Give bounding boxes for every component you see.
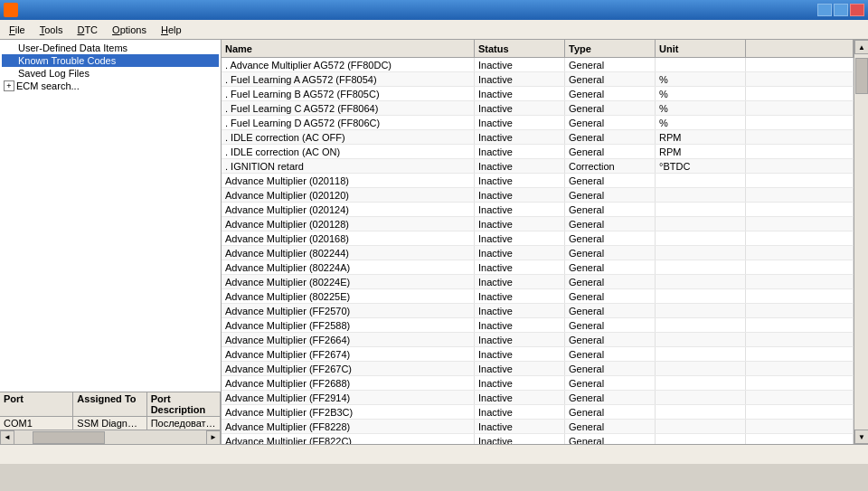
maximize-button[interactable] bbox=[834, 4, 848, 16]
cell-extra bbox=[746, 405, 854, 419]
tree-item-known-trouble[interactable]: Known Trouble Codes bbox=[2, 54, 219, 67]
cell-name: . IDLE correction (AC OFF) bbox=[222, 130, 475, 144]
table-row[interactable]: Advance Multiplier (FF2914)InactiveGener… bbox=[222, 391, 854, 405]
scroll-right-button[interactable]: ► bbox=[206, 430, 221, 445]
cell-extra bbox=[746, 376, 854, 390]
cell-status: Inactive bbox=[475, 333, 565, 346]
col-header-extra bbox=[746, 40, 854, 57]
table-row[interactable]: Advance Multiplier (FF2570)InactiveGener… bbox=[222, 304, 854, 318]
table-row[interactable]: Advance Multiplier (020124)InactiveGener… bbox=[222, 203, 854, 217]
tree-item-saved-log[interactable]: Saved Log Files bbox=[2, 67, 219, 80]
table-row[interactable]: Advance Multiplier (020120)InactiveGener… bbox=[222, 188, 854, 203]
table-row[interactable]: . Fuel Learning A AG572 (FF8054)Inactive… bbox=[222, 72, 854, 87]
cell-unit bbox=[656, 231, 746, 245]
cell-name: Advance Multiplier (FF2570) bbox=[222, 304, 475, 317]
tree-item-ecm-label: ECM search... bbox=[16, 80, 80, 91]
cell-name: Advance Multiplier (020168) bbox=[222, 231, 475, 245]
grid-header: Name Status Type Unit bbox=[222, 40, 854, 58]
cell-extra bbox=[746, 391, 854, 404]
cell-type: General bbox=[565, 391, 656, 404]
bottom-scrollbar[interactable]: ◄ ► bbox=[0, 430, 221, 444]
cell-name: . IDLE correction (AC ON) bbox=[222, 145, 475, 158]
cell-status: Inactive bbox=[475, 101, 565, 115]
grid-body[interactable]: . Advance Multiplier AG572 (FF80DC)Inact… bbox=[222, 58, 854, 444]
menu-dtc[interactable]: DTC bbox=[70, 23, 105, 37]
cell-unit bbox=[656, 362, 746, 375]
v-scroll-track[interactable] bbox=[854, 54, 868, 430]
cell-status: Inactive bbox=[475, 217, 565, 231]
menu-file[interactable]: File bbox=[2, 23, 33, 37]
menu-options[interactable]: Options bbox=[105, 23, 154, 37]
cell-name: . Fuel Learning D AG572 (FF806C) bbox=[222, 116, 475, 129]
table-row[interactable]: . Advance Multiplier AG572 (FF80DC)Inact… bbox=[222, 58, 854, 72]
cell-status: Inactive bbox=[475, 72, 565, 86]
cell-unit bbox=[656, 217, 746, 231]
cell-type: General bbox=[565, 260, 656, 274]
scroll-left-button[interactable]: ◄ bbox=[0, 430, 14, 445]
h-scroll-thumb[interactable] bbox=[33, 431, 105, 444]
table-row[interactable]: Advance Multiplier (FF2588)InactiveGener… bbox=[222, 318, 854, 333]
tree-item-ecm-search[interactable]: + ECM search... bbox=[2, 80, 219, 92]
h-scroll-track[interactable] bbox=[14, 430, 206, 445]
table-row[interactable]: . IDLE correction (AC OFF)InactiveGenera… bbox=[222, 130, 854, 145]
table-row[interactable]: Advance Multiplier (FF8228)InactiveGener… bbox=[222, 420, 854, 434]
port-header-desc: Port Description bbox=[147, 392, 221, 416]
table-row[interactable]: Advance Multiplier (80225E)InactiveGener… bbox=[222, 289, 854, 304]
close-button[interactable] bbox=[850, 4, 864, 16]
status-bar bbox=[0, 444, 868, 464]
table-row[interactable]: . IGNITION retardInactiveCorrection°BTDC bbox=[222, 159, 854, 174]
table-row[interactable]: Advance Multiplier (80224E)InactiveGener… bbox=[222, 275, 854, 289]
cell-status: Inactive bbox=[475, 231, 565, 245]
menu-help[interactable]: Help bbox=[154, 23, 189, 37]
cell-unit: % bbox=[656, 87, 746, 100]
vertical-scrollbar[interactable]: ▲ ▼ bbox=[854, 40, 868, 444]
cell-status: Inactive bbox=[475, 174, 565, 187]
table-row[interactable]: . Fuel Learning B AG572 (FF805C)Inactive… bbox=[222, 87, 854, 101]
cell-extra bbox=[746, 304, 854, 317]
port-header-assigned: Assigned To bbox=[73, 392, 146, 416]
table-row[interactable]: . Fuel Learning D AG572 (FF806C)Inactive… bbox=[222, 116, 854, 130]
table-row[interactable]: Advance Multiplier (FF2674)InactiveGener… bbox=[222, 347, 854, 362]
cell-type: General bbox=[565, 87, 656, 100]
table-row[interactable]: . Fuel Learning C AG572 (FF8064)Inactive… bbox=[222, 101, 854, 116]
tree-expander-ecm[interactable]: + bbox=[4, 80, 14, 91]
table-row[interactable]: Advance Multiplier (020168)InactiveGener… bbox=[222, 231, 854, 246]
cell-extra bbox=[746, 362, 854, 375]
right-wrapper: Name Status Type Unit . Advance Multipli… bbox=[222, 40, 868, 444]
menu-tools[interactable]: Tools bbox=[33, 23, 71, 37]
cell-status: Inactive bbox=[475, 304, 565, 317]
cell-status: Inactive bbox=[475, 159, 565, 173]
cell-extra bbox=[746, 260, 854, 274]
minimize-button[interactable] bbox=[817, 4, 832, 16]
cell-name: Advance Multiplier (FF2688) bbox=[222, 376, 475, 390]
cell-extra bbox=[746, 72, 854, 86]
table-row[interactable]: Advance Multiplier (80224A)InactiveGener… bbox=[222, 260, 854, 275]
cell-type: General bbox=[565, 130, 656, 144]
cell-unit bbox=[656, 347, 746, 361]
scroll-down-button[interactable]: ▼ bbox=[854, 430, 868, 444]
right-panel: Name Status Type Unit . Advance Multipli… bbox=[222, 40, 868, 444]
table-row[interactable]: Advance Multiplier (020118)InactiveGener… bbox=[222, 174, 854, 188]
table-row[interactable]: Advance Multiplier (802244)InactiveGener… bbox=[222, 246, 854, 260]
table-row[interactable]: Advance Multiplier (020128)InactiveGener… bbox=[222, 217, 854, 231]
table-row[interactable]: Advance Multiplier (FF2B3C)InactiveGener… bbox=[222, 405, 854, 420]
cell-status: Inactive bbox=[475, 145, 565, 158]
scroll-up-button[interactable]: ▲ bbox=[854, 40, 868, 54]
tree-area: User-Defined Data Items Known Trouble Co… bbox=[0, 40, 221, 392]
cell-type: General bbox=[565, 347, 656, 361]
cell-type: General bbox=[565, 434, 656, 444]
cell-status: Inactive bbox=[475, 130, 565, 144]
table-row[interactable]: . IDLE correction (AC ON)InactiveGeneral… bbox=[222, 145, 854, 159]
cell-unit bbox=[656, 434, 746, 444]
cell-extra bbox=[746, 217, 854, 231]
table-row[interactable]: Advance Multiplier (FF267C)InactiveGener… bbox=[222, 362, 854, 376]
cell-type: General bbox=[565, 318, 656, 332]
v-scroll-thumb[interactable] bbox=[855, 58, 868, 94]
cell-status: Inactive bbox=[475, 203, 565, 216]
cell-extra bbox=[746, 275, 854, 288]
table-row[interactable]: Advance Multiplier (FF2664)InactiveGener… bbox=[222, 333, 854, 347]
table-row[interactable]: Advance Multiplier (FF822C)InactiveGener… bbox=[222, 434, 854, 444]
table-row[interactable]: Advance Multiplier (FF2688)InactiveGener… bbox=[222, 376, 854, 391]
tree-item-user-defined[interactable]: User-Defined Data Items bbox=[2, 42, 219, 54]
cell-name: Advance Multiplier (020124) bbox=[222, 203, 475, 216]
